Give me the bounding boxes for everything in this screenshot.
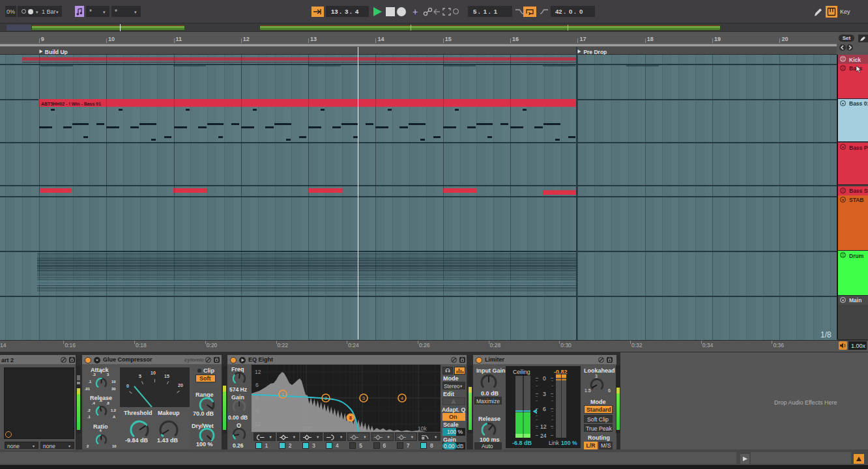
svg-text:100: 100	[302, 425, 311, 432]
svg-text:2: 2	[325, 396, 327, 401]
svg-text:-12: -12	[253, 421, 261, 427]
svg-text:10k: 10k	[418, 425, 427, 432]
svg-text:4: 4	[401, 396, 403, 401]
svg-text:-6: -6	[254, 408, 259, 414]
svg-text:12: 12	[255, 369, 261, 375]
svg-text:8: 8	[349, 416, 352, 420]
svg-text:0: 0	[255, 395, 259, 401]
svg-text:3: 3	[362, 396, 365, 401]
svg-text:6: 6	[255, 382, 259, 388]
svg-text:1k: 1k	[360, 425, 366, 432]
svg-text:1: 1	[282, 392, 284, 397]
